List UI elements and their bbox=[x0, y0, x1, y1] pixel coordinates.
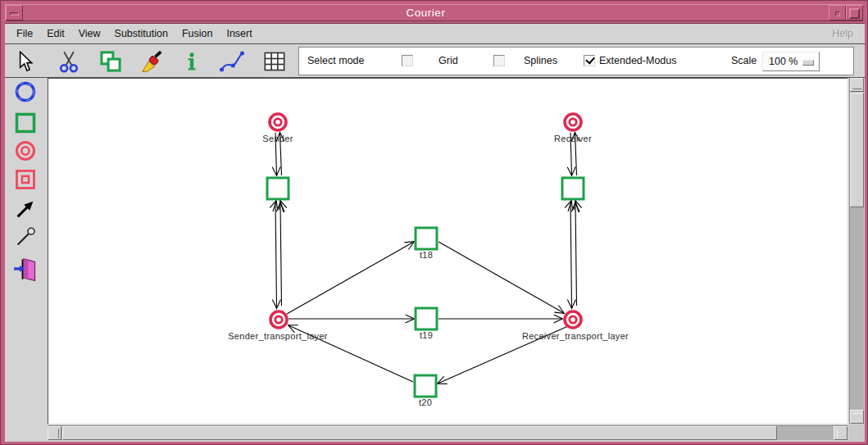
app-window: Courier File Edit View Substitution Fusi… bbox=[0, 0, 868, 445]
scrollbar-corner bbox=[848, 425, 865, 441]
titlebar[interactable]: Courier bbox=[5, 4, 863, 21]
place-tool-button[interactable] bbox=[11, 79, 39, 105]
option-menu-indicator-icon bbox=[802, 60, 814, 66]
grid-icon bbox=[263, 50, 286, 73]
transition-receiver[interactable] bbox=[562, 178, 584, 199]
place-circle-icon bbox=[14, 80, 37, 103]
place-sender[interactable] bbox=[270, 114, 286, 130]
up-arrow-icon bbox=[852, 82, 862, 89]
scissors-icon bbox=[57, 50, 80, 73]
scroll-left-button[interactable] bbox=[48, 426, 61, 440]
transitions bbox=[267, 178, 584, 397]
label-t19: t19 bbox=[420, 330, 433, 340]
menu-fusion[interactable]: Fusion bbox=[182, 28, 213, 39]
horizontal-scrollbar[interactable] bbox=[48, 425, 848, 440]
window-menu-button[interactable] bbox=[6, 5, 23, 20]
paintbrush-icon bbox=[139, 49, 164, 74]
splines-checkbox-label[interactable]: Splines bbox=[524, 55, 557, 66]
window-title: Courier bbox=[23, 5, 829, 20]
app-body: File Edit View Substitution Fusion Inser… bbox=[5, 23, 865, 442]
splines-checkbox[interactable] bbox=[493, 55, 505, 66]
scroll-up-button[interactable] bbox=[850, 78, 864, 92]
vertical-scroll-thumb[interactable] bbox=[850, 93, 864, 207]
label-t20: t20 bbox=[419, 397, 432, 407]
pin-tool-button[interactable] bbox=[11, 223, 39, 249]
select-mode-label: Select mode bbox=[307, 55, 364, 66]
petri-net bbox=[48, 79, 848, 425]
info-button[interactable] bbox=[178, 48, 206, 75]
menu-view[interactable]: View bbox=[79, 28, 101, 39]
menu-file[interactable]: File bbox=[16, 28, 33, 39]
options-panel: Select mode Grid Splines Extended-Modus … bbox=[298, 47, 854, 75]
vertical-scrollbar[interactable] bbox=[849, 78, 864, 424]
arc-tool-button[interactable] bbox=[11, 196, 39, 222]
substitution-transition-tool-button[interactable] bbox=[11, 166, 39, 193]
paintbrush-button[interactable] bbox=[138, 48, 166, 75]
scroll-down-button[interactable] bbox=[850, 410, 864, 424]
place-receiver-transport[interactable] bbox=[565, 311, 581, 328]
label-sender-transport: Sender_transport_layer bbox=[228, 331, 328, 341]
diagram-canvas[interactable]: Sender Receiver Sender_transport_layer R… bbox=[48, 78, 848, 424]
toolbar: Select mode Grid Splines Extended-Modus … bbox=[5, 45, 865, 78]
transition-sender[interactable] bbox=[267, 178, 289, 199]
label-sender: Sender bbox=[262, 134, 293, 143]
place-sender-transport[interactable] bbox=[270, 311, 287, 328]
menu-help[interactable]: Help bbox=[832, 28, 853, 39]
transition-t20[interactable] bbox=[415, 375, 436, 397]
down-arrow-icon bbox=[852, 414, 862, 420]
label-receiver: Receiver bbox=[554, 134, 592, 143]
places bbox=[270, 114, 581, 328]
menu-edit[interactable]: Edit bbox=[47, 28, 65, 39]
pointer-icon bbox=[15, 51, 36, 74]
left-arrow-icon bbox=[52, 429, 58, 438]
grid-checkbox-label[interactable]: Grid bbox=[439, 55, 458, 66]
transition-tool-button[interactable] bbox=[11, 110, 39, 136]
pin-icon bbox=[14, 225, 37, 247]
minimize-button[interactable] bbox=[829, 5, 846, 20]
pointer-tool-button[interactable] bbox=[11, 49, 39, 75]
exit-door-icon bbox=[13, 257, 38, 281]
substitution-square-icon bbox=[14, 168, 37, 191]
horizontal-scroll-thumb[interactable] bbox=[62, 426, 777, 440]
scale-label: Scale bbox=[731, 55, 757, 66]
scale-value: 100 % bbox=[769, 56, 798, 67]
transition-t18[interactable] bbox=[416, 228, 437, 249]
extended-modus-checkbox[interactable] bbox=[584, 55, 595, 66]
place-rings-icon bbox=[14, 139, 37, 162]
scale-dropdown[interactable]: 100 % bbox=[762, 52, 820, 71]
label-t18: t18 bbox=[420, 250, 433, 260]
spline-icon bbox=[220, 49, 244, 74]
spline-button[interactable] bbox=[218, 48, 246, 75]
grid-button[interactable] bbox=[261, 48, 289, 75]
window-menu-icon bbox=[10, 12, 19, 16]
info-icon bbox=[181, 51, 202, 72]
transition-square-icon bbox=[14, 111, 37, 134]
menubar: File Edit View Substitution Fusion Inser… bbox=[5, 24, 865, 44]
arc-arrow-icon bbox=[14, 198, 37, 220]
grid-checkbox[interactable] bbox=[402, 55, 413, 66]
ref-place-tool-button[interactable] bbox=[11, 138, 39, 164]
place-receiver[interactable] bbox=[565, 114, 581, 130]
copy-button[interactable] bbox=[97, 48, 125, 75]
minimize-icon bbox=[835, 11, 840, 16]
maximize-button[interactable] bbox=[846, 5, 863, 20]
menu-insert[interactable]: Insert bbox=[226, 28, 252, 39]
scissors-button[interactable] bbox=[55, 48, 83, 75]
scroll-right-button[interactable] bbox=[834, 426, 848, 440]
maximize-icon bbox=[849, 8, 860, 19]
transition-t19[interactable] bbox=[416, 308, 437, 329]
extended-modus-label[interactable]: Extended-Modus bbox=[599, 55, 677, 66]
label-receiver-transport: Receiver_transport_layer bbox=[522, 331, 629, 341]
exit-tool-button[interactable] bbox=[11, 256, 39, 282]
menu-substitution[interactable]: Substitution bbox=[115, 28, 168, 39]
right-arrow-icon bbox=[838, 429, 844, 438]
copy-icon bbox=[99, 50, 122, 73]
